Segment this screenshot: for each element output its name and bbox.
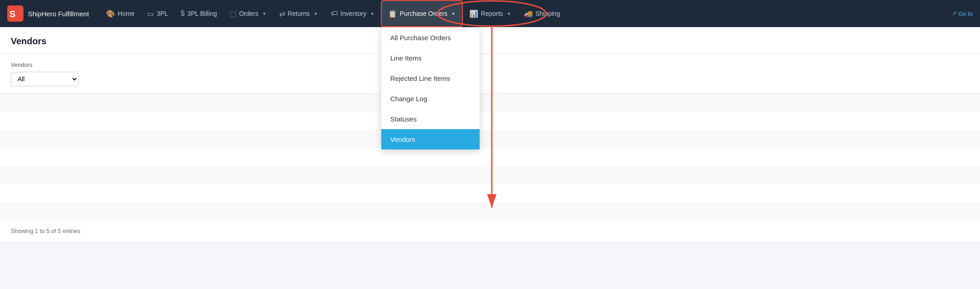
nav-item-returns[interactable]: ⇄ Returns ▼ xyxy=(273,0,324,27)
nav-item-purchase-orders[interactable]: 📋 Purchase Orders ▼ xyxy=(381,0,463,27)
po-chevron: ▼ xyxy=(451,11,456,16)
billing-icon: $ xyxy=(180,9,185,18)
dropdown-item-statuses[interactable]: Statuses xyxy=(381,109,480,129)
page-header: Vendors xyxy=(0,27,980,54)
external-link-icon: ↗ xyxy=(952,10,957,17)
dropdown-wrapper-po: 📋 Purchase Orders ▼ All Purchase Orders … xyxy=(381,0,463,27)
brand-title: ShipHero Fulfillment xyxy=(28,10,89,18)
home-icon: 🎨 xyxy=(106,9,115,18)
inventory-icon: 🏷 xyxy=(331,9,338,18)
entries-count: Showing 1 to 5 of 5 entries xyxy=(11,228,80,234)
svg-text:S: S xyxy=(9,9,15,19)
nav-item-3pl-billing[interactable]: $ 3PL Billing xyxy=(174,0,223,27)
navbar: S ShipHero Fulfillment 🎨 Home ▭ 3PL $ 3P… xyxy=(0,0,980,27)
table-area xyxy=(0,94,980,220)
nav-label-reports: Reports xyxy=(481,10,503,17)
nav-item-inventory[interactable]: 🏷 Inventory ▼ xyxy=(324,0,381,27)
nav-label-shipping: Shipping xyxy=(536,10,560,17)
shipping-icon: 🚚 xyxy=(524,9,533,18)
goto-label: Go to xyxy=(958,10,973,17)
nav-label-home: Home xyxy=(118,10,134,17)
vendors-page: Vendors Vendors All Showing 1 to 5 of 5 … xyxy=(0,27,980,242)
po-dropdown-menu: All Purchase Orders Line Items Rejected … xyxy=(381,27,480,150)
main-content: Vendors Vendors All Showing 1 to 5 of 5 … xyxy=(0,27,980,242)
nav-label-returns: Returns xyxy=(288,10,310,17)
nav-label-orders: Orders xyxy=(239,10,259,17)
dropdown-item-all-purchase-orders[interactable]: All Purchase Orders xyxy=(381,28,480,48)
nav-item-shipping[interactable]: 🚚 Shipping xyxy=(518,0,567,27)
nav-label-purchase-orders: Purchase Orders xyxy=(400,10,448,17)
page-footer: Showing 1 to 5 of 5 entries xyxy=(0,220,980,242)
vendors-filter-select[interactable]: All xyxy=(11,72,79,86)
po-icon: 📋 xyxy=(388,9,397,18)
reports-icon: 📊 xyxy=(469,9,478,18)
inventory-chevron: ▼ xyxy=(370,11,374,16)
orders-icon: ⬚ xyxy=(230,9,236,18)
returns-chevron: ▼ xyxy=(314,11,318,16)
dropdown-item-vendors[interactable]: Vendors xyxy=(381,129,480,149)
nav-item-reports[interactable]: 📊 Reports ▼ xyxy=(463,0,518,27)
filter-label: Vendors xyxy=(11,61,969,68)
shiphero-logo: S xyxy=(7,5,23,22)
nav-item-orders[interactable]: ⬚ Orders ▼ xyxy=(223,0,273,27)
nav-label-3pl-billing: 3PL Billing xyxy=(187,10,217,17)
nav-items: 🎨 Home ▭ 3PL $ 3PL Billing ⬚ Orders ▼ ⇄ … xyxy=(100,0,952,27)
nav-label-3pl: 3PL xyxy=(157,10,168,17)
returns-icon: ⇄ xyxy=(279,9,285,18)
page-title: Vendors xyxy=(11,36,969,47)
3pl-icon: ▭ xyxy=(147,9,154,18)
brand[interactable]: S ShipHero Fulfillment xyxy=(7,5,89,22)
nav-label-inventory: Inventory xyxy=(341,10,367,17)
dropdown-item-change-log[interactable]: Change Log xyxy=(381,89,480,109)
orders-chevron: ▼ xyxy=(262,11,267,16)
dropdown-item-line-items[interactable]: Line Items xyxy=(381,48,480,68)
nav-item-3pl[interactable]: ▭ 3PL xyxy=(141,0,174,27)
reports-chevron: ▼ xyxy=(507,11,511,16)
dropdown-item-rejected-line-items[interactable]: Rejected Line Items xyxy=(381,68,480,89)
nav-goto[interactable]: ↗ Go to xyxy=(952,10,973,17)
nav-item-home[interactable]: 🎨 Home xyxy=(100,0,141,27)
filter-row: Vendors All xyxy=(0,54,980,94)
